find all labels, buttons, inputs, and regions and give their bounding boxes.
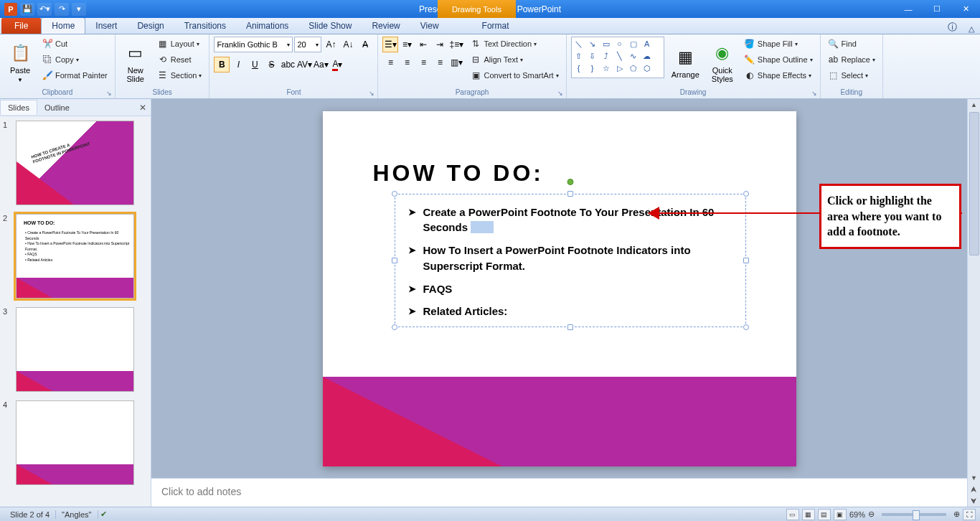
bullet-2[interactable]: How To Insert a PowerPoint Footnote Indi… [423, 243, 732, 274]
decrease-font-button[interactable]: A↓ [340, 37, 356, 52]
numbering-button[interactable]: ≡▾ [399, 37, 415, 52]
panel-close-icon[interactable]: ✕ [135, 103, 151, 113]
text-highlight[interactable] [471, 221, 494, 233]
char-spacing-button[interactable]: AV▾ [296, 57, 312, 72]
shape-up-icon[interactable]: ⇧ [573, 51, 585, 61]
reset-button[interactable]: ⟲Reset [154, 52, 205, 67]
shape-connector-icon[interactable]: ⤴ [600, 51, 612, 61]
font-size-combo[interactable]: 20▾ [294, 37, 321, 52]
shape-effects-button[interactable]: ◐Shape Effects▾ [741, 68, 816, 83]
slide[interactable]: HOW TO DO: ➤Create a PowerPoint Footnote… [323, 111, 796, 466]
notes-pane[interactable]: Click to add notes [151, 478, 967, 507]
tab-slideshow[interactable]: Slide Show [298, 18, 362, 34]
bold-button[interactable]: B [214, 57, 230, 72]
shape-down-icon[interactable]: ⇩ [587, 51, 598, 61]
copy-button[interactable]: ⿻Copy▾ [39, 52, 110, 67]
app-icon[interactable]: P [4, 3, 17, 16]
scroll-down-icon[interactable]: ▼ [969, 472, 980, 484]
bullet-4[interactable]: Related Articles: [423, 304, 508, 319]
shape-curve-icon[interactable]: ∿ [628, 51, 639, 61]
next-slide-icon[interactable]: ⮟ [969, 495, 980, 507]
font-name-combo[interactable]: Franklin Gothic B▾ [214, 37, 293, 52]
handle-bm[interactable] [567, 324, 573, 330]
tab-review[interactable]: Review [362, 18, 410, 34]
tab-format[interactable]: Format [472, 18, 519, 34]
clipboard-dialog-launcher[interactable]: ↘ [105, 89, 113, 98]
slideshow-view-button[interactable]: ▣ [834, 509, 847, 520]
scroll-up-icon[interactable]: ▲ [969, 99, 980, 111]
close-button[interactable]: ✕ [951, 0, 980, 18]
quick-styles-button[interactable]: ◉ Quick Styles [707, 37, 738, 88]
shape-oval-icon[interactable]: ○ [614, 39, 626, 49]
spell-check-icon[interactable]: ✔ [98, 510, 110, 520]
tab-animations[interactable]: Animations [236, 18, 298, 34]
justify-button[interactable]: ≡ [432, 55, 448, 70]
handle-tm[interactable] [567, 191, 573, 197]
panel-tab-slides[interactable]: Slides [0, 100, 37, 115]
shape-arrow-icon[interactable]: ↘ [587, 39, 598, 49]
underline-button[interactable]: U [247, 57, 263, 72]
handle-br[interactable] [743, 324, 749, 330]
shape-fill-button[interactable]: 🪣Shape Fill▾ [741, 37, 816, 51]
text-direction-button[interactable]: ⇅Text Direction▾ [467, 37, 561, 51]
cut-button[interactable]: ✂️Cut [39, 37, 110, 51]
panel-tab-outline[interactable]: Outline [37, 100, 77, 115]
bullet-1[interactable]: Create a PowerPoint Footnote To Your Pre… [423, 205, 732, 236]
thumbnail-2[interactable]: 2 HOW TO DO: • Create a PowerPoint Footn… [3, 214, 148, 299]
font-dialog-launcher[interactable]: ↘ [367, 89, 376, 98]
tab-design[interactable]: Design [127, 18, 174, 34]
convert-smartart-button[interactable]: ▣Convert to SmartArt▾ [467, 68, 561, 83]
redo-icon[interactable]: ↷ [55, 3, 69, 16]
bullet-3[interactable]: FAQS [423, 281, 453, 297]
prev-slide-icon[interactable]: ⮝ [969, 484, 980, 495]
zoom-in-button[interactable]: ⊕ [953, 510, 960, 519]
change-case-button[interactable]: Aa▾ [313, 57, 329, 72]
align-text-button[interactable]: ⊟Align Text▾ [467, 52, 561, 67]
shape-star-icon[interactable]: ☆ [600, 63, 612, 73]
shape-callout-icon[interactable]: ☁ [641, 51, 653, 61]
tab-insert[interactable]: Insert [85, 18, 127, 34]
zoom-out-button[interactable]: ⊖ [868, 510, 875, 519]
columns-button[interactable]: ▥▾ [448, 55, 464, 70]
fit-to-window-button[interactable]: ⛶ [963, 509, 976, 520]
qat-dropdown-icon[interactable]: ▾ [72, 3, 86, 16]
section-button[interactable]: ☰Section▾ [154, 68, 205, 83]
normal-view-button[interactable]: ▭ [786, 509, 799, 520]
handle-mr[interactable] [743, 258, 749, 263]
shadow-button[interactable]: abc [280, 57, 296, 72]
maximize-button[interactable]: ☐ [923, 0, 951, 18]
increase-font-button[interactable]: A↑ [323, 37, 339, 52]
find-button[interactable]: 🔍Find [825, 37, 878, 51]
tab-view[interactable]: View [410, 18, 449, 34]
shape-penta-icon[interactable]: ⬠ [628, 63, 639, 73]
undo-icon[interactable]: ↶▾ [37, 3, 52, 16]
decrease-indent-button[interactable]: ⇤ [415, 37, 431, 52]
shape-lbrace-icon[interactable]: { [573, 63, 585, 73]
zoom-slider[interactable] [882, 513, 946, 516]
scroll-thumb[interactable] [969, 112, 979, 255]
strikethrough-button[interactable]: S [263, 57, 279, 72]
slide-title[interactable]: HOW TO DO: [373, 160, 545, 187]
format-painter-button[interactable]: 🖌️Format Painter [39, 68, 110, 83]
thumbnail-1[interactable]: 1 HOW TO CREATE AFOOTNOTE IN POWERPOINT [3, 121, 148, 205]
handle-tr[interactable] [743, 191, 749, 197]
shape-hex-icon[interactable]: ⬡ [641, 63, 653, 73]
new-slide-button[interactable]: ▭ New Slide [120, 37, 151, 88]
increase-indent-button[interactable]: ⇥ [432, 37, 448, 52]
handle-bl[interactable] [392, 324, 397, 330]
font-color-button[interactable]: A▾ [329, 57, 345, 72]
clear-formatting-button[interactable]: A̶ [357, 37, 373, 52]
select-button[interactable]: ⬚Select▾ [825, 68, 878, 83]
replace-button[interactable]: abReplace▾ [825, 52, 878, 67]
tab-file[interactable]: File [1, 18, 41, 34]
shape-rect-icon[interactable]: ▭ [600, 39, 612, 49]
handle-ml[interactable] [392, 258, 397, 263]
shape-outline-button[interactable]: ✏️Shape Outline▾ [741, 52, 816, 67]
shape-line2-icon[interactable]: ╲ [614, 51, 626, 61]
paragraph-dialog-launcher[interactable]: ↘ [556, 89, 565, 98]
save-icon[interactable]: 💾 [20, 3, 34, 16]
shape-rrect-icon[interactable]: ▢ [628, 39, 639, 49]
shape-action-icon[interactable]: ▷ [614, 63, 626, 73]
minimize-button[interactable]: — [894, 0, 923, 18]
minimize-ribbon-icon[interactable]: △ [963, 24, 980, 34]
